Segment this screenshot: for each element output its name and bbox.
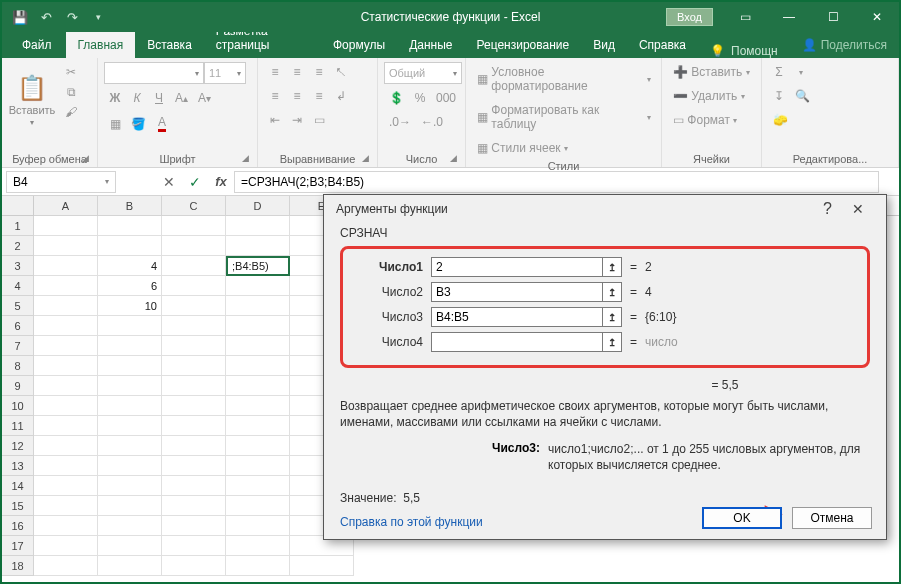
format-painter-icon[interactable]: 🖌 (60, 102, 82, 122)
fill-icon[interactable]: ↧ (768, 86, 790, 106)
grow-font-icon[interactable]: A▴ (170, 88, 193, 108)
formula-bar[interactable]: =СРЗНАЧ(2;B3;B4:B5) (234, 171, 879, 193)
ribbon-options-icon[interactable]: ▭ (723, 2, 767, 32)
indent-inc-icon[interactable]: ⇥ (286, 110, 308, 130)
cell[interactable] (98, 216, 162, 236)
cell[interactable] (98, 336, 162, 356)
comma-icon[interactable]: 000 (431, 88, 461, 108)
cell[interactable] (162, 236, 226, 256)
wrap-text-icon[interactable]: ↲ (330, 86, 352, 106)
cell[interactable] (98, 536, 162, 556)
row-header[interactable]: 8 (2, 356, 34, 376)
name-box[interactable]: B4▾ (6, 171, 116, 193)
row-header[interactable]: 18 (2, 556, 34, 576)
cell[interactable] (98, 416, 162, 436)
conditional-format-button[interactable]: ▦ Условное форматирование ▾ (472, 62, 656, 96)
cell-D3[interactable]: ;B4:B5) (226, 256, 290, 276)
align-top-icon[interactable]: ≡ (264, 62, 286, 82)
dialog-close-icon[interactable]: ✕ (842, 201, 874, 217)
cell[interactable] (34, 276, 98, 296)
dialog-launcher-icon[interactable]: ◢ (82, 153, 89, 163)
save-icon[interactable]: 💾 (8, 5, 32, 29)
row-header[interactable]: 7 (2, 336, 34, 356)
tab-insert[interactable]: Вставка (135, 32, 204, 58)
cell[interactable] (226, 276, 290, 296)
dialog-launcher-icon[interactable]: ◢ (362, 153, 369, 163)
cell[interactable] (226, 336, 290, 356)
cell[interactable] (98, 376, 162, 396)
range-selector-icon[interactable]: ↥ (602, 332, 622, 352)
minimize-icon[interactable]: — (767, 2, 811, 32)
tell-me[interactable]: 💡 Помощн (698, 44, 790, 58)
tab-file[interactable]: Файл (8, 32, 66, 58)
cell[interactable] (34, 316, 98, 336)
row-header[interactable]: 5 (2, 296, 34, 316)
tab-view[interactable]: Вид (581, 32, 627, 58)
align-bottom-icon[interactable]: ≡ (308, 62, 330, 82)
cell[interactable] (98, 316, 162, 336)
col-header[interactable]: C (162, 196, 226, 216)
insert-cells-button[interactable]: ➕ Вставить ▾ (668, 62, 760, 82)
indent-dec-icon[interactable]: ⇤ (264, 110, 286, 130)
clear-icon[interactable]: 🧽 (768, 110, 793, 130)
cell[interactable] (34, 476, 98, 496)
cell[interactable] (226, 436, 290, 456)
cell[interactable] (34, 396, 98, 416)
row-header[interactable]: 14 (2, 476, 34, 496)
font-name-combo[interactable]: ▾ (104, 62, 204, 84)
cell[interactable] (34, 556, 98, 576)
cell[interactable] (162, 276, 226, 296)
tab-review[interactable]: Рецензирование (465, 32, 582, 58)
row-header[interactable]: 3 (2, 256, 34, 276)
col-header[interactable]: A (34, 196, 98, 216)
cell[interactable] (98, 556, 162, 576)
font-size-combo[interactable]: 11▾ (204, 62, 246, 84)
currency-icon[interactable]: 💲 (384, 88, 409, 108)
align-middle-icon[interactable]: ≡ (286, 62, 308, 82)
cell[interactable] (226, 476, 290, 496)
number-format-combo[interactable]: Общий▾ (384, 62, 462, 84)
cell[interactable] (34, 216, 98, 236)
cell-styles-button[interactable]: ▦ Стили ячеек ▾ (472, 138, 656, 158)
cell[interactable] (34, 436, 98, 456)
row-header[interactable]: 10 (2, 396, 34, 416)
cell[interactable] (162, 416, 226, 436)
maximize-icon[interactable]: ☐ (811, 2, 855, 32)
close-icon[interactable]: ✕ (855, 2, 899, 32)
row-header[interactable]: 2 (2, 236, 34, 256)
cell[interactable] (226, 376, 290, 396)
tab-formulas[interactable]: Формулы (321, 32, 397, 58)
cell[interactable] (162, 316, 226, 336)
cell[interactable] (34, 516, 98, 536)
cell[interactable] (162, 476, 226, 496)
arg-input-3[interactable] (431, 307, 603, 327)
cell[interactable] (98, 476, 162, 496)
cell[interactable] (226, 356, 290, 376)
cell[interactable] (162, 256, 226, 276)
cell[interactable] (226, 396, 290, 416)
cell[interactable] (34, 536, 98, 556)
align-right-icon[interactable]: ≡ (308, 86, 330, 106)
delete-cells-button[interactable]: ➖ Удалить ▾ (668, 86, 760, 106)
row-header[interactable]: 11 (2, 416, 34, 436)
copy-icon[interactable]: ⧉ (60, 82, 82, 102)
row-header[interactable]: 13 (2, 456, 34, 476)
row-header[interactable]: 9 (2, 376, 34, 396)
row-header[interactable]: 12 (2, 436, 34, 456)
cell[interactable] (226, 296, 290, 316)
cell[interactable] (162, 216, 226, 236)
cell[interactable] (226, 496, 290, 516)
cell[interactable] (34, 236, 98, 256)
tab-home[interactable]: Главная (66, 32, 136, 58)
dialog-help-icon[interactable]: ? (813, 200, 842, 218)
cell[interactable] (226, 456, 290, 476)
cut-icon[interactable]: ✂ (60, 62, 82, 82)
arg-input-1[interactable] (431, 257, 603, 277)
cell[interactable] (34, 296, 98, 316)
cell[interactable] (226, 556, 290, 576)
cancel-formula-icon[interactable]: ✕ (156, 171, 182, 193)
inc-decimal-icon[interactable]: .0→ (384, 112, 416, 132)
cell[interactable] (162, 336, 226, 356)
cell[interactable] (98, 516, 162, 536)
tab-help[interactable]: Справка (627, 32, 698, 58)
